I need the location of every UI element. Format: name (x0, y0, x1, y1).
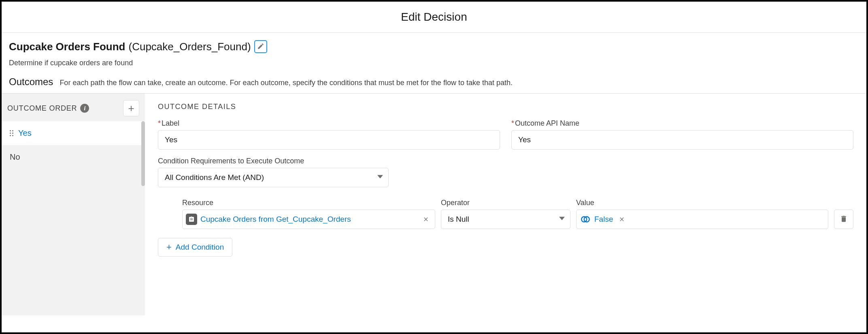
label-field-group: *Label (158, 119, 500, 150)
outcome-item-label: No (10, 152, 20, 162)
value-input[interactable]: False (576, 210, 828, 229)
resource-label: Resource (182, 199, 435, 207)
outcome-list: Yes No (2, 121, 145, 169)
info-icon[interactable]: i (80, 104, 89, 113)
condition-req-group: Condition Requirements to Execute Outcom… (158, 157, 853, 187)
api-name-field-label: *Outcome API Name (511, 119, 853, 128)
condition-req-value: All Conditions Are Met (AND) (165, 173, 264, 182)
resource-value: Cupcake Orders from Get_Cupcake_Orders (200, 215, 417, 224)
operator-select[interactable]: Is Null (441, 210, 570, 229)
resource-input[interactable]: Cupcake Orders from Get_Cupcake_Orders (182, 210, 435, 229)
outcomes-body: OUTCOME ORDER i + Yes No OUTCOME DETAILS (2, 93, 866, 315)
api-name-field-group: *Outcome API Name (511, 119, 853, 150)
add-outcome-button[interactable]: + (123, 100, 139, 116)
label-input[interactable] (158, 130, 500, 150)
clear-value-button[interactable] (616, 216, 628, 223)
edit-decision-button[interactable] (254, 40, 267, 53)
toggle-icon (580, 214, 591, 225)
condition-req-label: Condition Requirements to Execute Outcom… (158, 157, 853, 165)
add-condition-button[interactable]: + Add Condition (158, 238, 232, 257)
resource-column: Resource Cupcake Orders from Get_Cupcake… (182, 199, 435, 229)
decision-label: Cupcake Orders Found (9, 41, 126, 53)
outcome-details-panel: OUTCOME DETAILS *Label *Outcome API Name… (145, 94, 866, 315)
drag-handle-icon[interactable] (10, 130, 13, 136)
decision-api-name: (Cupcake_Orders_Found) (129, 41, 251, 53)
value-value: False (594, 215, 613, 224)
condition-row: Resource Cupcake Orders from Get_Cupcake… (182, 199, 853, 229)
scrollbar[interactable] (141, 121, 145, 186)
modal-header: Edit Decision (2, 2, 866, 33)
value-label: Value (576, 199, 828, 207)
sidebar-header: OUTCOME ORDER i + (2, 94, 145, 121)
operator-value: Is Null (448, 215, 469, 224)
operator-label: Operator (441, 199, 570, 207)
outcomes-subtitle: For each path the flow can take, create … (60, 79, 513, 87)
clipboard-icon (186, 214, 197, 225)
pencil-icon (257, 43, 264, 51)
decision-description: Determine if cupcake orders are found (9, 59, 859, 67)
modal-title: Edit Decision (2, 11, 866, 24)
clear-resource-button[interactable] (420, 216, 432, 223)
outcomes-header: Outcomes For each path the flow can take… (2, 67, 866, 93)
condition-req-select[interactable]: All Conditions Are Met (AND) (158, 168, 389, 187)
plus-icon: + (166, 242, 172, 253)
outcome-order-sidebar: OUTCOME ORDER i + Yes No (2, 94, 145, 315)
outcome-item-yes[interactable]: Yes (2, 121, 145, 145)
label-field-label: *Label (158, 119, 500, 128)
decision-title-row: Cupcake Orders Found (Cupcake_Orders_Fou… (9, 40, 859, 53)
value-column: Value False (576, 199, 828, 229)
outcome-details-header: OUTCOME DETAILS (158, 103, 853, 111)
trash-icon (840, 215, 848, 224)
outcomes-title: Outcomes (9, 76, 53, 88)
outcome-item-no[interactable]: No (2, 145, 145, 169)
delete-condition-button[interactable] (834, 210, 853, 229)
outcome-item-label: Yes (18, 128, 32, 138)
operator-column: Operator Is Null (441, 199, 570, 229)
decision-info-section: Cupcake Orders Found (Cupcake_Orders_Fou… (2, 33, 866, 67)
sidebar-header-label: OUTCOME ORDER (7, 104, 77, 113)
api-name-input[interactable] (511, 130, 853, 150)
add-condition-label: Add Condition (176, 243, 224, 252)
